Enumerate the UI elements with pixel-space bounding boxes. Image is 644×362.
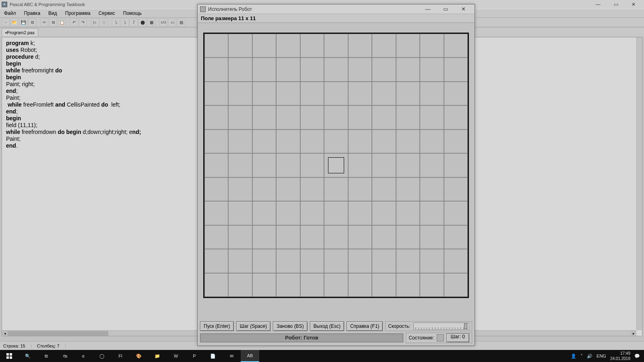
grid-cell[interactable]: [420, 273, 444, 297]
grid-cell[interactable]: [396, 273, 420, 297]
flash-icon[interactable]: Fl: [111, 350, 130, 362]
start-button[interactable]: [0, 350, 19, 362]
grid-cell[interactable]: [204, 201, 228, 225]
save-all-icon[interactable]: ⧉: [28, 19, 36, 27]
menu-service[interactable]: Сервис: [95, 10, 119, 16]
grid-cell[interactable]: [420, 58, 444, 81]
grid-cell[interactable]: [252, 153, 276, 177]
grid-cell[interactable]: [444, 249, 468, 273]
search-icon[interactable]: 🔍: [19, 350, 37, 362]
grid-cell[interactable]: [228, 82, 252, 105]
grid-cell[interactable]: [444, 105, 468, 129]
word-icon[interactable]: W: [167, 350, 185, 362]
grid-cell[interactable]: [396, 105, 420, 129]
new-file-icon[interactable]: ▫: [2, 19, 10, 27]
save-icon[interactable]: 💾: [19, 19, 27, 27]
grid-cell[interactable]: [204, 58, 228, 81]
menu-help[interactable]: Помощь: [119, 10, 146, 16]
grid-cell[interactable]: [252, 225, 276, 249]
grid-cell[interactable]: [300, 153, 324, 177]
people-icon[interactable]: 👤: [571, 354, 576, 359]
grid-cell[interactable]: [252, 201, 276, 225]
grid-cell[interactable]: [300, 225, 324, 249]
explorer-icon[interactable]: 📁: [148, 350, 167, 362]
grid-cell[interactable]: [276, 82, 300, 105]
grid-cell[interactable]: [420, 201, 444, 225]
language-indicator[interactable]: ENG: [597, 354, 606, 358]
console-icon[interactable]: ▤: [177, 19, 185, 27]
grid-cell[interactable]: [276, 34, 300, 58]
step-into-icon[interactable]: ⤵: [121, 19, 129, 27]
grid-cell[interactable]: [396, 201, 420, 225]
grid-cell[interactable]: [300, 105, 324, 129]
grid-cell[interactable]: [204, 105, 228, 129]
grid-cell[interactable]: [324, 105, 348, 129]
grid-cell[interactable]: [324, 34, 348, 58]
stop-icon[interactable]: ◌: [100, 19, 108, 27]
grid-cell[interactable]: [204, 153, 228, 177]
paste-icon[interactable]: 📋: [58, 19, 66, 27]
grid-cell[interactable]: [348, 34, 372, 58]
robot-titlebar[interactable]: Исполнитель Робот — ▭ ✕: [198, 4, 475, 14]
run-button[interactable]: Пуск (Enter): [200, 321, 234, 331]
menu-edit[interactable]: Правка: [20, 10, 45, 16]
grid-cell[interactable]: [444, 58, 468, 81]
notepad-icon[interactable]: 📄: [204, 350, 222, 362]
grid-cell[interactable]: [444, 273, 468, 297]
redo-icon[interactable]: ↷: [79, 19, 87, 27]
grid-cell[interactable]: [372, 225, 396, 249]
grid-cell[interactable]: [276, 249, 300, 273]
grid-cell[interactable]: [396, 130, 420, 153]
reset-button[interactable]: Заново (BS): [273, 321, 307, 331]
grid-cell[interactable]: [228, 105, 252, 129]
grid-cell[interactable]: [300, 249, 324, 273]
menu-file[interactable]: Файл: [0, 10, 20, 16]
grid-cell[interactable]: [204, 82, 228, 105]
grid-cell[interactable]: [348, 249, 372, 273]
grid-cell[interactable]: [252, 249, 276, 273]
cut-icon[interactable]: ✂: [40, 19, 48, 27]
grid-cell[interactable]: [396, 249, 420, 273]
grid-cell[interactable]: [348, 105, 372, 129]
open-file-icon[interactable]: 📂: [10, 19, 19, 27]
grid-cell[interactable]: [228, 249, 252, 273]
grid-cell[interactable]: [348, 153, 372, 177]
grid-cell[interactable]: [396, 225, 420, 249]
grid-cell[interactable]: [324, 58, 348, 81]
grid-cell[interactable]: [300, 273, 324, 297]
close-button[interactable]: ✕: [625, 0, 642, 9]
paint-icon[interactable]: 🎨: [130, 350, 148, 362]
store-icon[interactable]: 🛍: [56, 350, 74, 362]
grid-cell[interactable]: [252, 34, 276, 58]
tray-arrow-icon[interactable]: ˄: [580, 354, 583, 359]
chrome-icon[interactable]: ◯: [93, 350, 111, 362]
grid-cell[interactable]: [204, 177, 228, 201]
grid-cell[interactable]: [300, 58, 324, 81]
grid-cell[interactable]: [396, 153, 420, 177]
tab-program2[interactable]: •Program2.pas: [2, 28, 38, 36]
grid-cell[interactable]: [324, 177, 348, 201]
grid-cell[interactable]: [420, 34, 444, 58]
grid-cell[interactable]: [276, 225, 300, 249]
grid-cell[interactable]: [300, 130, 324, 153]
grid-cell[interactable]: [300, 82, 324, 105]
robot-close-button[interactable]: ✕: [454, 4, 472, 14]
grid-cell[interactable]: [444, 82, 468, 105]
taskview-icon[interactable]: ⧉: [37, 350, 56, 362]
grid-cell[interactable]: [324, 82, 348, 105]
grid-cell[interactable]: [228, 177, 252, 201]
step-button[interactable]: Шаг (Space): [236, 321, 270, 331]
maximize-button[interactable]: ▭: [607, 0, 625, 9]
var-icon[interactable]: 123: [159, 19, 167, 27]
watch-icon[interactable]: ▦: [147, 19, 155, 27]
scroll-thumb[interactable]: [8, 331, 108, 336]
mail-icon[interactable]: ✉: [222, 350, 241, 362]
grid-cell[interactable]: [252, 130, 276, 153]
grid-cell[interactable]: [348, 177, 372, 201]
grid-cell[interactable]: [348, 225, 372, 249]
grid-cell[interactable]: [420, 82, 444, 105]
breakpoint-icon[interactable]: ⬤: [138, 19, 147, 27]
grid-cell[interactable]: [324, 201, 348, 225]
powerpoint-icon[interactable]: P: [185, 350, 204, 362]
scroll-left-icon[interactable]: ◂: [2, 331, 8, 336]
